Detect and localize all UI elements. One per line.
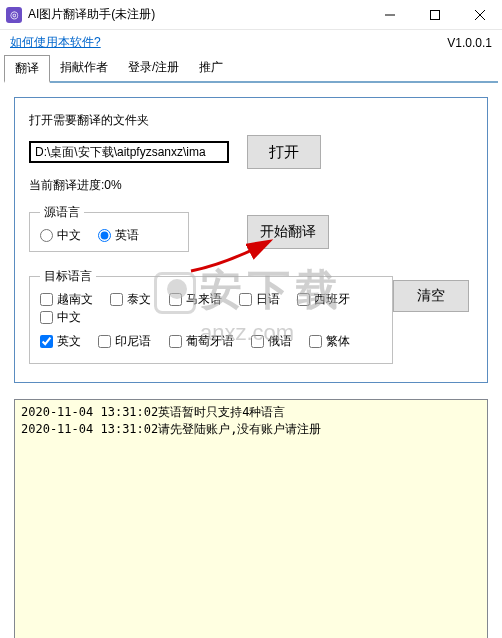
radio-english[interactable]: 英语 [98,227,139,244]
titlebar: ◎ AI图片翻译助手(未注册) [0,0,502,30]
check-spanish[interactable]: 西班牙 [297,291,350,308]
check-malay[interactable]: 马来语 [169,291,222,308]
version-label: V1.0.0.1 [447,36,492,50]
target-language-group: 目标语言 越南文 泰文 马来语 日语 西班牙 中文 英文 印尼语 葡萄牙语 俄语 [29,268,393,364]
tab-donate[interactable]: 捐献作者 [50,55,118,81]
check-portuguese[interactable]: 葡萄牙语 [169,333,234,350]
check-traditional[interactable]: 繁体 [309,333,350,350]
maximize-button[interactable] [412,0,457,30]
window-title: AI图片翻译助手(未注册) [28,6,367,23]
check-thai[interactable]: 泰文 [110,291,151,308]
check-japanese[interactable]: 日语 [239,291,280,308]
target-legend: 目标语言 [40,268,96,285]
source-language-group: 源语言 中文 英语 [29,204,189,252]
check-chinese[interactable]: 中文 [40,309,81,326]
help-link[interactable]: 如何使用本软件? [10,34,101,51]
form-block: 打开需要翻译的文件夹 打开 当前翻译进度:0% 源语言 中文 英语 开始翻译 目… [14,97,488,383]
app-icon: ◎ [6,7,22,23]
close-button[interactable] [457,0,502,30]
tab-bar: 翻译 捐献作者 登录/注册 推广 [4,55,498,83]
folder-path-input[interactable] [29,141,229,163]
tab-translate[interactable]: 翻译 [4,55,50,83]
radio-chinese[interactable]: 中文 [40,227,81,244]
check-vietnamese[interactable]: 越南文 [40,291,93,308]
source-legend: 源语言 [40,204,84,221]
clear-button[interactable]: 清空 [393,280,469,312]
tab-login[interactable]: 登录/注册 [118,55,189,81]
svg-rect-1 [430,10,439,19]
open-folder-label: 打开需要翻译的文件夹 [29,112,473,129]
progress-label: 当前翻译进度:0% [29,177,473,194]
minimize-button[interactable] [367,0,412,30]
start-translate-button[interactable]: 开始翻译 [247,215,329,249]
log-output[interactable]: 2020-11-04 13:31:02英语暂时只支持4种语言 2020-11-0… [14,399,488,638]
check-english[interactable]: 英文 [40,333,81,350]
check-indonesian[interactable]: 印尼语 [98,333,151,350]
header-row: 如何使用本软件? V1.0.0.1 [0,30,502,53]
tab-promote[interactable]: 推广 [189,55,233,81]
open-button[interactable]: 打开 [247,135,321,169]
main-panel: 打开需要翻译的文件夹 打开 当前翻译进度:0% 源语言 中文 英语 开始翻译 目… [0,83,502,399]
check-russian[interactable]: 俄语 [251,333,292,350]
